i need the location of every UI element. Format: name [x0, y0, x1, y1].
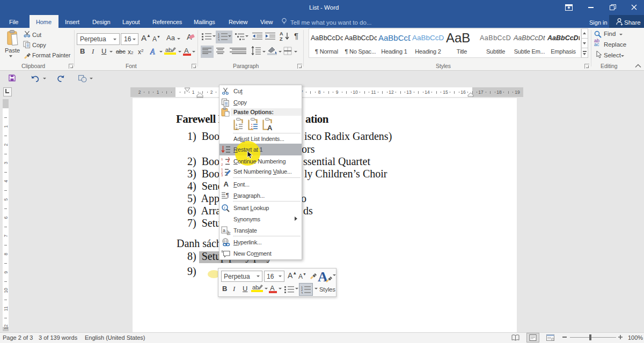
svg-text:字: 字 [227, 232, 231, 236]
svg-text:3: 3 [221, 174, 223, 176]
svg-text:3: 3 [301, 292, 303, 294]
svg-text:a: a [223, 228, 225, 233]
svg-text:A: A [267, 124, 273, 131]
svg-text:A: A [150, 48, 155, 55]
svg-text:¶: ¶ [226, 192, 229, 198]
svg-text:1: 1 [236, 123, 238, 126]
svg-text:3: 3 [218, 39, 219, 41]
svg-text:1: 1 [221, 158, 223, 161]
svg-text:i: i [224, 205, 225, 210]
